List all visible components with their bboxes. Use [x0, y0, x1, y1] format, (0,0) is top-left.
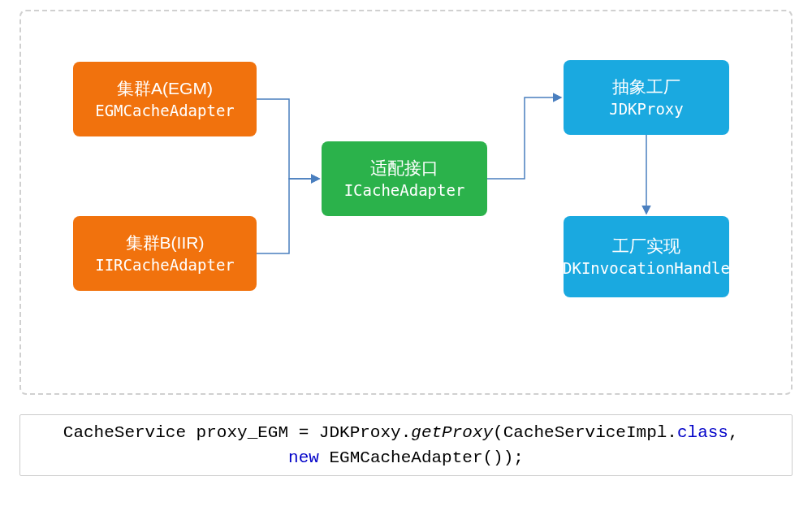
- factory-impl-box: 工厂实现 JDKInvocationHandler: [564, 216, 729, 297]
- abstract-factory-box: 抽象工厂 JDKProxy: [564, 60, 729, 135]
- box-title: 抽象工厂: [612, 75, 680, 98]
- box-title: 适配接口: [370, 156, 438, 180]
- box-subtitle: JDKProxy: [609, 98, 684, 120]
- adapter-interface-box: 适配接口 ICacheAdapter: [322, 141, 487, 216]
- code-line-1: CacheService proxy_EGM = JDKProxy.getPro…: [63, 420, 749, 446]
- box-subtitle: EGMCacheAdapter: [95, 100, 235, 122]
- box-title: 工厂实现: [612, 234, 680, 258]
- cluster-b-iir-box: 集群B(IIR) IIRCacheAdapter: [73, 216, 257, 291]
- code-line-2: new EGMCacheAdapter());: [288, 445, 524, 471]
- cluster-a-egm-box: 集群A(EGM) EGMCacheAdapter: [73, 62, 257, 136]
- box-title: 集群B(IIR): [126, 231, 205, 254]
- box-subtitle: ICacheAdapter: [344, 180, 465, 201]
- box-subtitle: IIRCacheAdapter: [95, 254, 235, 276]
- code-snippet: CacheService proxy_EGM = JDKProxy.getPro…: [19, 414, 793, 476]
- box-subtitle: JDKInvocationHandler: [549, 258, 745, 279]
- diagram-container: 集群A(EGM) EGMCacheAdapter 集群B(IIR) IIRCac…: [19, 10, 793, 395]
- box-title: 集群A(EGM): [117, 76, 213, 100]
